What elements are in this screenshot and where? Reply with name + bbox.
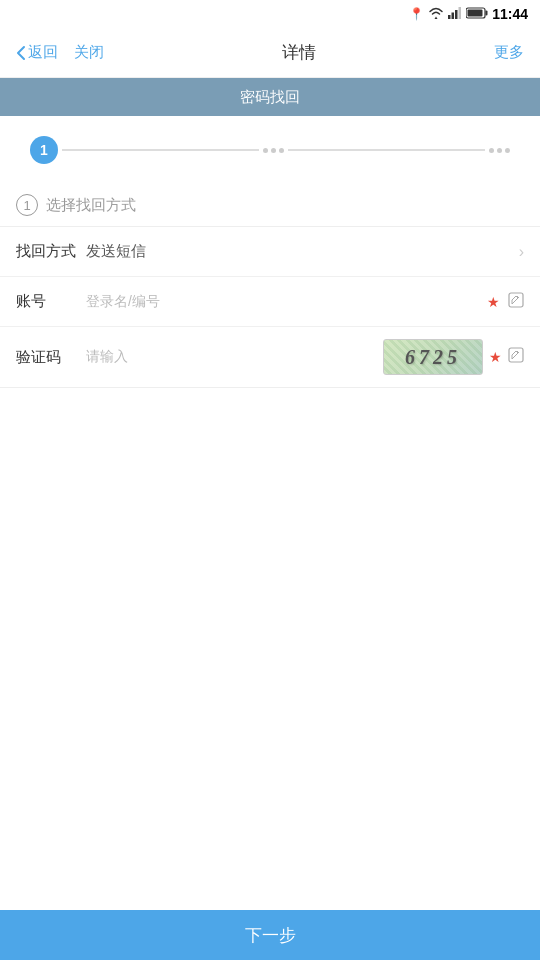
more-button[interactable]: 更多 <box>494 43 524 62</box>
form-section: 找回方式 发送短信 › 账号 登录名/编号 ★ 验证码 请输入 6725 <box>0 226 540 388</box>
captcha-label: 验证码 <box>16 348 86 367</box>
next-button-label: 下一步 <box>245 924 296 947</box>
section-title: 选择找回方式 <box>46 196 136 215</box>
close-button[interactable]: 关闭 <box>74 43 104 62</box>
step-line-1 <box>62 149 259 151</box>
recovery-method-row[interactable]: 找回方式 发送短信 › <box>0 227 540 277</box>
recovery-method-value: 发送短信 <box>86 242 519 261</box>
step-dot <box>505 148 510 153</box>
svg-rect-1 <box>452 12 455 19</box>
step-dot <box>497 148 502 153</box>
recovery-method-label: 找回方式 <box>16 242 86 261</box>
edit-icon-account[interactable] <box>508 292 524 312</box>
nav-bar: 返回 关闭 详情 更多 <box>0 28 540 78</box>
svg-rect-3 <box>459 7 462 19</box>
required-star-captcha: ★ <box>489 349 502 365</box>
back-chevron-icon <box>16 45 26 61</box>
step-dot <box>263 148 268 153</box>
page-title: 详情 <box>282 41 316 64</box>
step-3-dots <box>489 148 510 153</box>
next-button[interactable]: 下一步 <box>0 910 540 960</box>
step-line-2 <box>288 149 485 151</box>
captcha-image[interactable]: 6725 <box>383 339 483 375</box>
battery-icon <box>466 7 488 22</box>
svg-rect-0 <box>448 15 451 19</box>
step-2-dots <box>263 148 284 153</box>
edit-icon-captcha[interactable] <box>508 347 524 367</box>
step-dot <box>271 148 276 153</box>
progress-steps: 1 <box>0 116 540 184</box>
chevron-right-icon: › <box>519 243 524 261</box>
svg-rect-5 <box>486 10 488 15</box>
svg-rect-2 <box>455 10 458 19</box>
back-button[interactable]: 返回 <box>16 43 58 62</box>
signal-icon <box>448 7 462 22</box>
wifi-icon <box>428 7 444 22</box>
svg-rect-6 <box>468 9 483 16</box>
section-header: 1 选择找回方式 <box>0 184 540 226</box>
status-time: 11:44 <box>492 6 528 22</box>
step-dot <box>489 148 494 153</box>
section-number: 1 <box>16 194 38 216</box>
captcha-row: 验证码 请输入 6725 ★ <box>0 327 540 387</box>
account-placeholder: 登录名/编号 <box>86 293 487 311</box>
captcha-text: 6725 <box>405 346 461 369</box>
account-row: 账号 登录名/编号 ★ <box>0 277 540 327</box>
sub-header: 密码找回 <box>0 78 540 116</box>
location-icon: 📍 <box>409 7 424 21</box>
captcha-placeholder: 请输入 <box>86 348 383 366</box>
step-dot <box>279 148 284 153</box>
required-star-account: ★ <box>487 294 500 310</box>
sub-header-title: 密码找回 <box>240 88 300 107</box>
account-label: 账号 <box>16 292 86 311</box>
step-1-circle: 1 <box>30 136 58 164</box>
status-bar: 📍 11:44 <box>0 0 540 28</box>
